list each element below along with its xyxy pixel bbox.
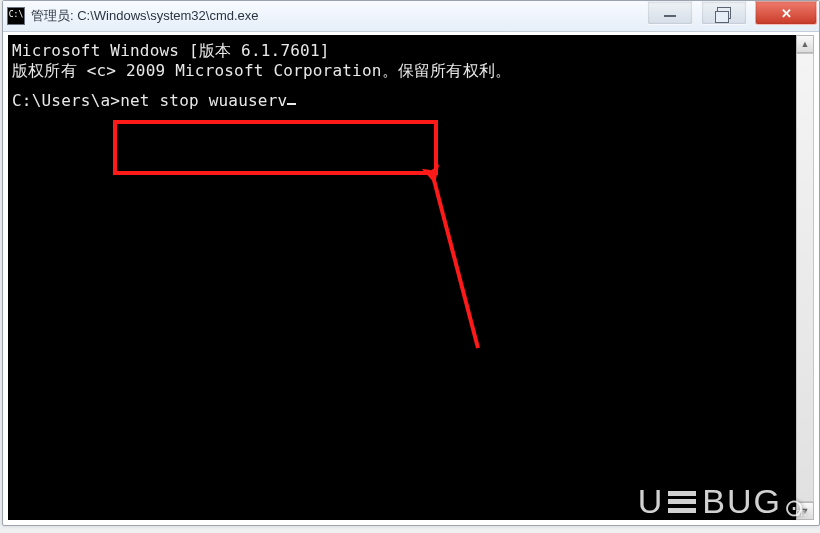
caption-buttons: ✕ (647, 1, 817, 25)
scroll-thumb[interactable] (796, 53, 814, 502)
scroll-up-button[interactable]: ▲ (796, 35, 814, 53)
watermark-u: U (638, 482, 665, 521)
watermark-bars-icon (668, 491, 696, 513)
watermark: U BUG ⊙ cn (638, 482, 808, 521)
watermark-suffix: cn (795, 507, 806, 518)
term-line-2: 版权所有 <c> 2009 Microsoft Corporation。保留所有… (12, 61, 511, 80)
vertical-scrollbar[interactable]: ▲ ▼ (796, 35, 814, 520)
term-line-1: Microsoft Windows [版本 6.1.7601] (12, 41, 330, 60)
text-cursor (287, 103, 296, 105)
window-title: 管理员: C:\Windows\system32\cmd.exe (31, 7, 259, 25)
close-button[interactable]: ✕ (755, 1, 817, 25)
cmd-window: C:\ 管理员: C:\Windows\system32\cmd.exe ✕ M… (2, 0, 820, 526)
terminal-output[interactable]: Microsoft Windows [版本 6.1.7601] 版权所有 <c>… (8, 35, 796, 520)
watermark-text: BUG (702, 482, 782, 521)
cmd-icon: C:\ (7, 7, 25, 25)
restore-button[interactable] (701, 1, 747, 25)
restore-icon (717, 7, 731, 19)
command-text: net stop wuauserv (120, 91, 287, 110)
client-area: Microsoft Windows [版本 6.1.7601] 版权所有 <c>… (8, 35, 814, 520)
minimize-button[interactable] (647, 1, 693, 25)
blank-line (12, 81, 792, 91)
title-bar[interactable]: C:\ 管理员: C:\Windows\system32\cmd.exe ✕ (3, 1, 819, 32)
prompt-prefix: C:\Users\a> (12, 91, 120, 110)
page-root: C:\ 管理员: C:\Windows\system32\cmd.exe ✕ M… (0, 0, 820, 533)
close-icon: ✕ (781, 6, 792, 21)
minimize-icon (664, 15, 676, 17)
